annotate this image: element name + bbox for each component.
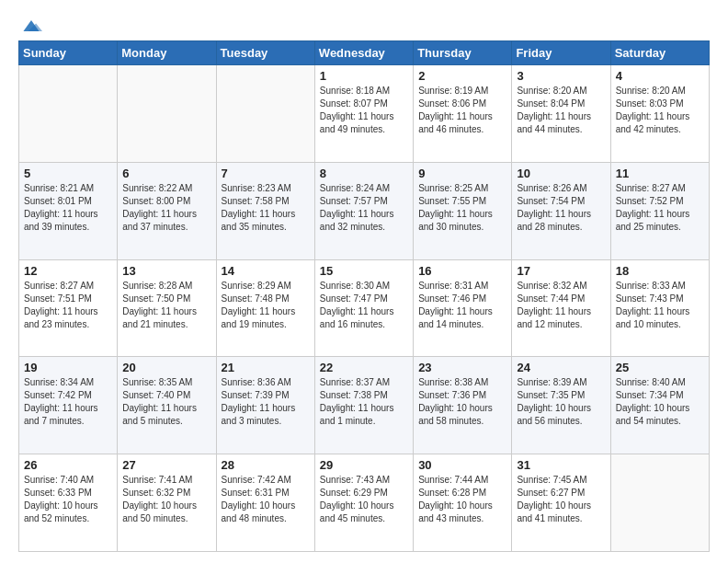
logo	[18, 15, 42, 31]
day-number: 21	[222, 361, 310, 374]
calendar-day-cell: 11Sunrise: 8:27 AMSunset: 7:52 PMDayligh…	[610, 162, 709, 259]
weekday-header-sunday: Sunday	[19, 41, 118, 65]
day-info: Sunrise: 8:18 AMSunset: 8:07 PMDaylight:…	[320, 85, 408, 136]
calendar-day-cell: 19Sunrise: 8:34 AMSunset: 7:42 PMDayligh…	[19, 357, 118, 454]
day-number: 15	[320, 264, 408, 278]
calendar-day-cell: 26Sunrise: 7:40 AMSunset: 6:33 PMDayligh…	[19, 454, 118, 552]
day-info: Sunrise: 8:37 AMSunset: 7:38 PMDaylight:…	[320, 376, 408, 428]
day-number: 20	[122, 361, 210, 374]
day-number: 13	[122, 264, 210, 278]
weekday-header-thursday: Thursday	[414, 41, 512, 65]
day-info: Sunrise: 7:43 AMSunset: 6:29 PMDaylight:…	[320, 474, 408, 525]
calendar-day-cell: 18Sunrise: 8:33 AMSunset: 7:43 PMDayligh…	[610, 259, 709, 357]
calendar-day-cell: 8Sunrise: 8:24 AMSunset: 7:57 PMDaylight…	[314, 162, 413, 259]
day-info: Sunrise: 8:29 AMSunset: 7:48 PMDaylight:…	[222, 280, 310, 331]
calendar-week-row: 1Sunrise: 8:18 AMSunset: 8:07 PMDaylight…	[19, 65, 710, 163]
day-number: 23	[418, 361, 506, 374]
calendar-day-cell: 17Sunrise: 8:32 AMSunset: 7:44 PMDayligh…	[512, 259, 610, 357]
calendar-empty-cell	[19, 65, 118, 163]
calendar-day-cell: 23Sunrise: 8:38 AMSunset: 7:36 PMDayligh…	[414, 357, 512, 454]
day-info: Sunrise: 8:21 AMSunset: 8:01 PMDaylight:…	[24, 182, 112, 234]
calendar-day-cell: 28Sunrise: 7:42 AMSunset: 6:31 PMDayligh…	[216, 454, 314, 552]
day-number: 11	[616, 167, 704, 180]
calendar-day-cell: 2Sunrise: 8:19 AMSunset: 8:06 PMDaylight…	[414, 65, 512, 163]
day-number: 14	[222, 264, 310, 278]
day-number: 29	[320, 458, 408, 472]
day-info: Sunrise: 7:41 AMSunset: 6:32 PMDaylight:…	[122, 474, 210, 525]
day-number: 17	[517, 264, 605, 278]
day-number: 1	[320, 69, 408, 83]
calendar-day-cell: 24Sunrise: 8:39 AMSunset: 7:35 PMDayligh…	[512, 357, 610, 454]
day-number: 10	[517, 167, 605, 180]
day-number: 6	[122, 167, 210, 180]
calendar-day-cell: 5Sunrise: 8:21 AMSunset: 8:01 PMDaylight…	[19, 162, 118, 259]
calendar-day-cell: 29Sunrise: 7:43 AMSunset: 6:29 PMDayligh…	[314, 454, 413, 552]
calendar-day-cell: 27Sunrise: 7:41 AMSunset: 6:32 PMDayligh…	[118, 454, 216, 552]
calendar-day-cell: 21Sunrise: 8:36 AMSunset: 7:39 PMDayligh…	[216, 357, 314, 454]
calendar-day-cell: 22Sunrise: 8:37 AMSunset: 7:38 PMDayligh…	[314, 357, 413, 454]
calendar-day-cell: 16Sunrise: 8:31 AMSunset: 7:46 PMDayligh…	[414, 259, 512, 357]
day-number: 30	[418, 458, 506, 472]
calendar-day-cell: 15Sunrise: 8:30 AMSunset: 7:47 PMDayligh…	[314, 259, 413, 357]
logo-icon	[20, 17, 42, 35]
calendar-week-row: 19Sunrise: 8:34 AMSunset: 7:42 PMDayligh…	[19, 357, 710, 454]
calendar-day-cell: 6Sunrise: 8:22 AMSunset: 8:00 PMDaylight…	[118, 162, 216, 259]
day-info: Sunrise: 8:27 AMSunset: 7:51 PMDaylight:…	[24, 280, 112, 331]
day-info: Sunrise: 7:45 AMSunset: 6:27 PMDaylight:…	[517, 474, 605, 525]
weekday-header-friday: Friday	[512, 41, 610, 65]
day-info: Sunrise: 8:24 AMSunset: 7:57 PMDaylight:…	[320, 182, 408, 234]
calendar-empty-cell	[610, 454, 709, 552]
calendar-day-cell: 7Sunrise: 8:23 AMSunset: 7:58 PMDaylight…	[216, 162, 314, 259]
calendar-day-cell: 30Sunrise: 7:44 AMSunset: 6:28 PMDayligh…	[414, 454, 512, 552]
day-number: 28	[222, 458, 310, 472]
day-number: 4	[616, 69, 704, 83]
calendar-week-row: 5Sunrise: 8:21 AMSunset: 8:01 PMDaylight…	[19, 162, 710, 259]
calendar-day-cell: 10Sunrise: 8:26 AMSunset: 7:54 PMDayligh…	[512, 162, 610, 259]
day-info: Sunrise: 8:27 AMSunset: 7:52 PMDaylight:…	[616, 182, 704, 234]
calendar-day-cell: 4Sunrise: 8:20 AMSunset: 8:03 PMDaylight…	[610, 65, 709, 163]
day-info: Sunrise: 8:20 AMSunset: 8:03 PMDaylight:…	[616, 85, 704, 136]
day-info: Sunrise: 8:30 AMSunset: 7:47 PMDaylight:…	[320, 280, 408, 331]
day-info: Sunrise: 8:22 AMSunset: 8:00 PMDaylight:…	[122, 182, 210, 234]
calendar-day-cell: 9Sunrise: 8:25 AMSunset: 7:55 PMDaylight…	[414, 162, 512, 259]
calendar-week-row: 12Sunrise: 8:27 AMSunset: 7:51 PMDayligh…	[19, 259, 710, 357]
calendar-day-cell: 12Sunrise: 8:27 AMSunset: 7:51 PMDayligh…	[19, 259, 118, 357]
calendar-day-cell: 31Sunrise: 7:45 AMSunset: 6:27 PMDayligh…	[512, 454, 610, 552]
day-info: Sunrise: 8:32 AMSunset: 7:44 PMDaylight:…	[517, 280, 605, 331]
day-info: Sunrise: 8:40 AMSunset: 7:34 PMDaylight:…	[616, 376, 704, 428]
weekday-header-wednesday: Wednesday	[314, 41, 413, 65]
calendar-day-cell: 20Sunrise: 8:35 AMSunset: 7:40 PMDayligh…	[118, 357, 216, 454]
calendar-table: SundayMondayTuesdayWednesdayThursdayFrid…	[18, 40, 710, 552]
page: SundayMondayTuesdayWednesdayThursdayFrid…	[0, 0, 728, 563]
day-info: Sunrise: 8:25 AMSunset: 7:55 PMDaylight:…	[418, 182, 506, 234]
day-number: 18	[616, 264, 704, 278]
day-info: Sunrise: 8:20 AMSunset: 8:04 PMDaylight:…	[517, 85, 605, 136]
day-number: 26	[24, 458, 112, 472]
day-number: 24	[517, 361, 605, 374]
calendar-day-cell: 25Sunrise: 8:40 AMSunset: 7:34 PMDayligh…	[610, 357, 709, 454]
day-number: 8	[320, 167, 408, 180]
day-info: Sunrise: 8:39 AMSunset: 7:35 PMDaylight:…	[517, 376, 605, 428]
weekday-header-tuesday: Tuesday	[216, 41, 314, 65]
day-info: Sunrise: 8:35 AMSunset: 7:40 PMDaylight:…	[122, 376, 210, 428]
day-number: 7	[222, 167, 310, 180]
day-info: Sunrise: 8:26 AMSunset: 7:54 PMDaylight:…	[517, 182, 605, 234]
calendar-day-cell: 1Sunrise: 8:18 AMSunset: 8:07 PMDaylight…	[314, 65, 413, 163]
day-number: 27	[122, 458, 210, 472]
day-number: 25	[616, 361, 704, 374]
day-info: Sunrise: 8:23 AMSunset: 7:58 PMDaylight:…	[222, 182, 310, 234]
weekday-header-row: SundayMondayTuesdayWednesdayThursdayFrid…	[19, 41, 710, 65]
calendar-empty-cell	[118, 65, 216, 163]
day-info: Sunrise: 7:42 AMSunset: 6:31 PMDaylight:…	[222, 474, 310, 525]
day-info: Sunrise: 8:28 AMSunset: 7:50 PMDaylight:…	[122, 280, 210, 331]
day-number: 9	[418, 167, 506, 180]
day-number: 19	[24, 361, 112, 374]
day-number: 31	[517, 458, 605, 472]
day-number: 3	[517, 69, 605, 83]
calendar-day-cell: 14Sunrise: 8:29 AMSunset: 7:48 PMDayligh…	[216, 259, 314, 357]
calendar-day-cell: 13Sunrise: 8:28 AMSunset: 7:50 PMDayligh…	[118, 259, 216, 357]
day-number: 12	[24, 264, 112, 278]
day-number: 5	[24, 167, 112, 180]
day-info: Sunrise: 8:38 AMSunset: 7:36 PMDaylight:…	[418, 376, 506, 428]
day-info: Sunrise: 8:34 AMSunset: 7:42 PMDaylight:…	[24, 376, 112, 428]
